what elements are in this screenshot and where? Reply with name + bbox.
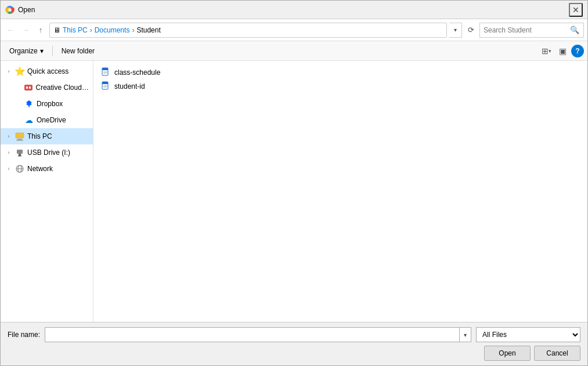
breadcrumb[interactable]: 🖥 This PC › Documents › Student — [49, 23, 447, 38]
back-button[interactable]: ← — [4, 24, 17, 37]
pane-icon: ▣ — [559, 46, 567, 56]
onedrive-icon: ☁ — [24, 115, 34, 125]
file-name-student-id: student-id — [114, 82, 145, 90]
quick-access-icon: ⭐ — [15, 66, 25, 77]
sidebar-item-onedrive[interactable]: ☁ OneDrive — [1, 112, 93, 128]
breadcrumb-documents[interactable]: Documents — [95, 26, 130, 34]
search-box: 🔍 — [479, 23, 584, 38]
file-name-class-schedule: class-schedule — [114, 68, 160, 77]
file-item-student-id[interactable]: student-id — [98, 79, 583, 93]
file-icon-student-id — [100, 81, 111, 92]
svg-rect-21 — [102, 82, 108, 84]
title-bar: Open ✕ — [1, 1, 587, 19]
breadcrumb-icon: 🖥 — [53, 26, 60, 34]
breadcrumb-this-pc[interactable]: This PC — [63, 26, 88, 34]
dialog-title: Open — [18, 6, 35, 14]
svg-rect-17 — [102, 68, 108, 70]
expand-arrow-quick-access: › — [5, 68, 12, 74]
file-item-class-schedule[interactable]: class-schedule — [98, 66, 583, 79]
forward-button[interactable]: → — [19, 24, 32, 37]
svg-rect-3 — [24, 85, 33, 90]
quick-access-label: Quick access — [27, 67, 68, 75]
search-icon[interactable]: 🔍 — [567, 26, 582, 34]
pane-button[interactable]: ▣ — [555, 44, 570, 59]
title-bar-left: Open — [5, 5, 35, 15]
view-icon: ⊞ — [542, 46, 549, 56]
up-button[interactable]: ↑ — [34, 24, 47, 37]
sidebar-item-this-pc[interactable]: › This PC — [1, 128, 93, 144]
network-label: Network — [27, 165, 53, 173]
close-button[interactable]: ✕ — [569, 3, 583, 17]
usb-drive-icon — [15, 147, 25, 158]
dropbox-icon — [24, 99, 34, 109]
bottom-bar: File name: ▾ All Files Text Files (*.txt… — [1, 322, 587, 365]
breadcrumb-student: Student — [136, 26, 160, 34]
sidebar-item-usb-drive[interactable]: › USB Drive (I:) — [1, 144, 93, 161]
this-pc-icon — [15, 131, 25, 142]
network-icon — [15, 164, 25, 174]
filename-dropdown[interactable]: ▾ — [460, 327, 471, 342]
breadcrumb-dropdown[interactable]: ▾ — [449, 23, 462, 38]
buttons-row: Open Cancel — [8, 346, 580, 361]
this-pc-label: This PC — [27, 132, 52, 140]
sidebar-item-quick-access[interactable]: › ⭐ Quick access — [1, 63, 93, 79]
sidebar-item-network[interactable]: › Network — [1, 161, 93, 177]
open-button[interactable]: Open — [484, 346, 531, 361]
filename-row: File name: ▾ All Files Text Files (*.txt… — [8, 327, 580, 342]
svg-rect-5 — [29, 86, 31, 89]
dropbox-label: Dropbox — [37, 100, 63, 108]
usb-drive-label: USB Drive (I:) — [27, 148, 70, 157]
onedrive-label: OneDrive — [37, 116, 66, 124]
creative-cloud-label: Creative Cloud Files — [36, 84, 91, 92]
svg-rect-12 — [18, 155, 21, 157]
view-arrow: ▾ — [549, 48, 551, 54]
toolbar-right: ⊞ ▾ ▣ ? — [539, 44, 584, 59]
expand-arrow-network: › — [5, 166, 12, 172]
file-area: class-schedule student-id — [93, 61, 587, 322]
refresh-button[interactable]: ⟳ — [464, 24, 477, 37]
filename-label: File name: — [8, 331, 40, 339]
address-bar: ← → ↑ 🖥 This PC › Documents › Student ▾ … — [1, 19, 587, 41]
filetype-select[interactable]: All Files Text Files (*.txt) All Files (… — [476, 327, 580, 342]
chrome-icon — [5, 5, 15, 15]
sidebar-item-creative-cloud[interactable]: Creative Cloud Files — [1, 79, 93, 96]
new-folder-button[interactable]: New folder — [56, 44, 100, 59]
cancel-button[interactable]: Cancel — [534, 346, 580, 361]
toolbar: Organize ▾ New folder ⊞ ▾ ▣ ? — [1, 41, 587, 61]
filename-input-wrap: ▾ — [45, 327, 471, 342]
svg-rect-7 — [16, 133, 24, 138]
creative-cloud-icon — [23, 82, 34, 93]
svg-point-6 — [28, 106, 30, 107]
svg-point-2 — [9, 8, 12, 11]
file-icon-class-schedule — [100, 67, 111, 78]
open-dialog: Open ✕ ← → ↑ 🖥 This PC › Documents › Stu… — [0, 0, 588, 366]
organize-button[interactable]: Organize ▾ — [4, 44, 49, 59]
view-options-button[interactable]: ⊞ ▾ — [539, 44, 554, 59]
filename-input[interactable] — [45, 327, 460, 342]
svg-rect-9 — [16, 140, 23, 141]
organize-label: Organize — [9, 47, 38, 55]
sidebar: › ⭐ Quick access Creative Cloud Files — [1, 61, 93, 322]
search-input[interactable] — [480, 26, 567, 34]
expand-arrow-this-pc: › — [5, 133, 12, 139]
sidebar-item-dropbox[interactable]: Dropbox — [1, 96, 93, 112]
expand-arrow-usb-drive: › — [5, 150, 12, 155]
organize-arrow: ▾ — [40, 47, 44, 55]
main-area: › ⭐ Quick access Creative Cloud Files — [1, 61, 587, 322]
svg-rect-11 — [19, 154, 21, 155]
svg-rect-4 — [26, 86, 28, 89]
svg-rect-8 — [17, 139, 22, 140]
toolbar-separator — [52, 46, 53, 56]
help-button[interactable]: ? — [571, 45, 584, 57]
svg-rect-10 — [17, 150, 23, 154]
